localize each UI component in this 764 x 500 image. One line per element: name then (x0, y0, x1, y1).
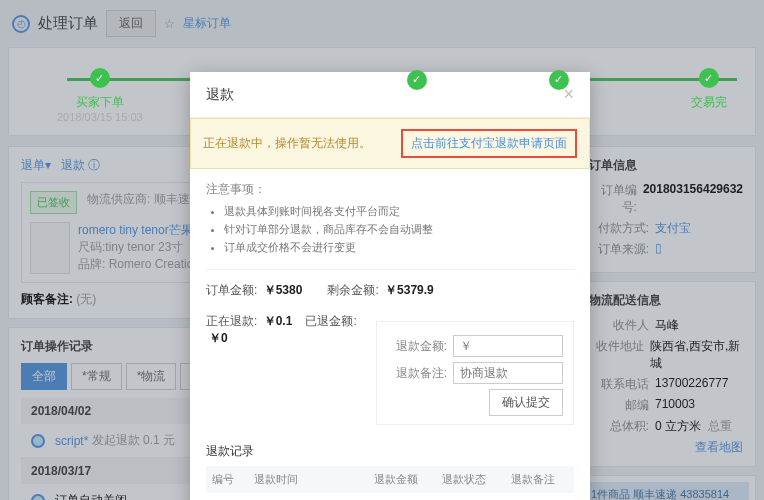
confirm-submit-button[interactable]: 确认提交 (489, 389, 563, 416)
modal-title: 退款 (206, 86, 234, 104)
notes-list: 退款具体到账时间视各支付平台而定针对订单部分退款，商品库存不会自动调整订单成交价… (206, 204, 574, 255)
check-icon: ✓ (699, 68, 719, 88)
refund-amount-input[interactable] (453, 335, 563, 357)
step-order: 买家下单 (76, 94, 124, 111)
alipay-refund-link[interactable]: 点击前往支付宝退款申请页面 (411, 136, 567, 150)
refund-records-table: 编号退款时间退款金额退款状态退款备注 12018/04/02 16:55￥0.1… (206, 466, 574, 500)
warning-bar: 正在退款中，操作暂无法使用。 点击前往支付宝退款申请页面 (190, 118, 590, 169)
check-icon: ✓ (90, 68, 110, 88)
refund-note-input[interactable] (453, 362, 563, 384)
refund-modal: 退款 × 正在退款中，操作暂无法使用。 点击前往支付宝退款申请页面 注意事项： … (190, 72, 590, 500)
check-icon: ✓ (549, 70, 569, 90)
step-done: 交易完 (691, 94, 727, 111)
refund-records-title: 退款记录 (206, 443, 574, 460)
table-row: 12018/04/02 16:55￥0.1退款中协商退款 (206, 493, 574, 500)
check-icon: ✓ (407, 70, 427, 90)
